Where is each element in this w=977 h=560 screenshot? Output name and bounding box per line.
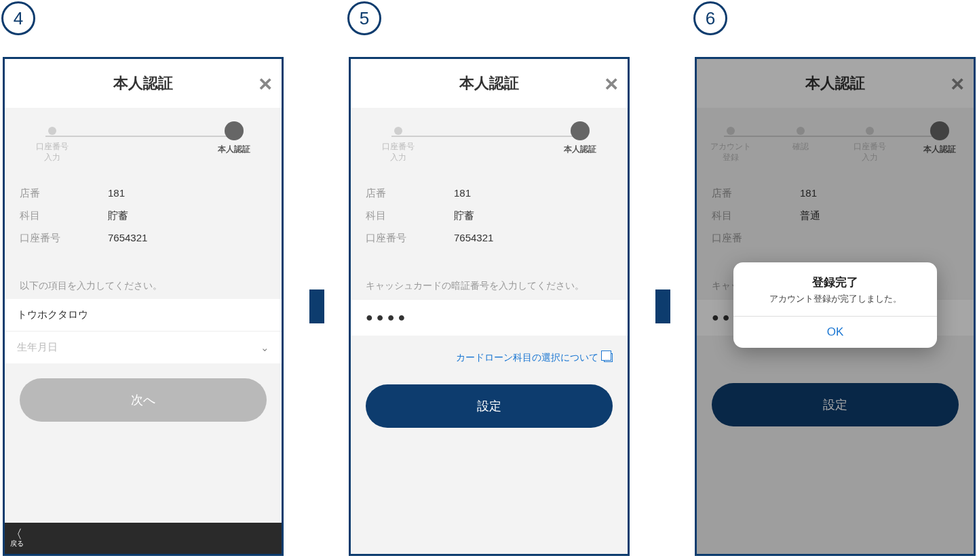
step-label: 口座番号 入力 <box>382 142 415 163</box>
card-loan-link[interactable]: カードローン科目の選択について <box>351 336 628 369</box>
header: 本人認証 × <box>351 59 628 108</box>
type-value: 貯蓄 <box>108 209 128 222</box>
close-icon[interactable]: × <box>605 72 618 95</box>
step-label: 本人認証 <box>218 144 250 155</box>
step-badge-5: 5 <box>347 1 381 35</box>
close-icon[interactable]: × <box>258 72 272 95</box>
external-link-icon <box>604 353 613 362</box>
progress-stepper: 口座番号 入力 本人認証 <box>5 108 282 183</box>
modal-title: 登録完了 <box>733 262 937 293</box>
step-badge-6: 6 <box>693 1 727 35</box>
branch-label: 店番 <box>366 187 454 200</box>
modal-ok-button[interactable]: OK <box>733 316 937 348</box>
chevron-down-icon: ⌄ <box>261 342 269 354</box>
modal-message: アカウント登録が完了しました。 <box>733 293 937 316</box>
instruction-text: キャッシュカードの暗証番号を入力してください。 <box>351 266 628 299</box>
progress-stepper: 口座番号 入力 本人認証 <box>351 108 628 183</box>
back-label[interactable]: 戻る <box>10 539 24 548</box>
page-title: 本人認証 <box>459 73 519 94</box>
name-input[interactable]: トウホクタロウ <box>5 299 282 331</box>
completion-modal: 登録完了 アカウント登録が完了しました。 OK <box>733 262 937 348</box>
type-value: 貯蓄 <box>454 209 474 222</box>
step-badge-4: 4 <box>1 1 35 35</box>
type-label: 科目 <box>366 209 454 222</box>
type-label: 科目 <box>20 209 108 222</box>
account-value: 7654321 <box>454 232 493 245</box>
branch-value: 181 <box>108 187 125 200</box>
dob-select[interactable]: 生年月日 ⌄ <box>5 331 282 363</box>
separator-arrow <box>309 289 324 323</box>
bottom-bar: 〈 戻る <box>5 523 282 554</box>
screen-6: 本人認証 × アカウント 登録 確認 口座番号 入力 本人認証 店番181 科目… <box>695 57 976 556</box>
branch-label: 店番 <box>20 187 108 200</box>
header: 本人認証 × <box>5 59 282 108</box>
account-info: 店番181 科目貯蓄 口座番号7654321 <box>351 183 628 266</box>
account-label: 口座番号 <box>20 232 108 245</box>
instruction-text: 以下の項目を入力してください。 <box>5 266 282 299</box>
page-title: 本人認証 <box>113 73 173 94</box>
account-info: 店番181 科目貯蓄 口座番号7654321 <box>5 183 282 266</box>
branch-value: 181 <box>454 187 471 200</box>
dob-placeholder: 生年月日 <box>17 341 58 354</box>
next-button[interactable]: 次へ <box>20 378 267 422</box>
pin-input[interactable]: ●●●● <box>351 299 628 336</box>
account-label: 口座番号 <box>366 232 454 245</box>
set-button[interactable]: 設定 <box>366 384 613 428</box>
step-label: 本人認証 <box>564 144 596 155</box>
screen-5: 本人認証 × 口座番号 入力 本人認証 店番181 科目貯蓄 口座番号76543… <box>349 57 630 556</box>
separator-arrow <box>655 289 670 323</box>
account-value: 7654321 <box>108 232 147 245</box>
step-label: 口座番号 入力 <box>36 142 69 163</box>
screen-4: 本人認証 × 口座番号 入力 本人認証 店番181 科目貯蓄 口座番号76543… <box>3 57 284 556</box>
